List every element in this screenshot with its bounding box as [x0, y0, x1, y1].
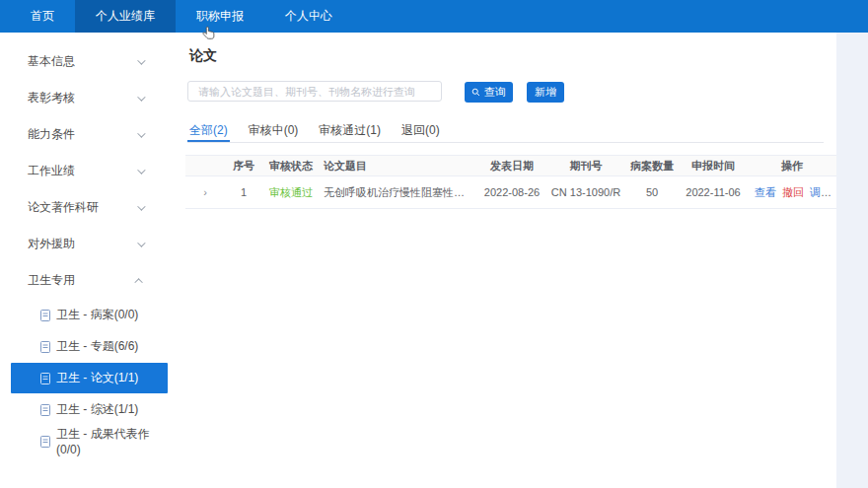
sidebar-item-label: 对外援助: [28, 236, 75, 252]
sidebar-subitem-label: 卫生 - 论文(1/1): [56, 370, 138, 386]
tab-approved[interactable]: 审核通过(1): [317, 120, 383, 142]
cell-apply-time: 2022-11-06: [679, 176, 748, 209]
chevron-down-icon: [137, 129, 145, 137]
sidebar-item-label: 工作业绩: [28, 163, 75, 179]
sidebar-item-basic-info[interactable]: 基本信息: [0, 43, 173, 80]
add-button-label: 新增: [535, 85, 556, 100]
tab-all[interactable]: 全部(2): [187, 120, 230, 142]
add-button[interactable]: 新增: [527, 82, 564, 103]
cell-count: 50: [625, 176, 679, 209]
row-expand-icon[interactable]: ›: [203, 186, 207, 198]
cell-publish-date: 2022-08-26: [477, 176, 546, 209]
nav-item-home[interactable]: 首页: [10, 0, 75, 33]
sidebar-subitem-label: 卫生 - 专题(6/6): [56, 338, 138, 355]
sidebar-subitem-label: 卫生 - 综述(1/1): [56, 401, 138, 418]
papers-table: 序号 审核状态 论文题目 发表日期 期刊号 病案数量 申报时间 操作 › 1 审…: [185, 155, 836, 209]
document-icon: [40, 341, 50, 353]
sidebar-item-commendation[interactable]: 表彰考核: [0, 80, 173, 116]
col-count: 病案数量: [625, 156, 679, 176]
chevron-down-icon: [137, 93, 145, 101]
main-content: 论文 查询 新增 全部(2) 审核中(0) 审核通过(1) 退回(0): [173, 33, 836, 488]
document-icon: [40, 373, 50, 384]
sidebar-item-work-performance[interactable]: 工作业绩: [0, 153, 173, 189]
chevron-down-icon: [137, 166, 145, 174]
status-tabs: 全部(2) 审核中(0) 审核通过(1) 退回(0): [187, 120, 824, 143]
nav-item-personal-performance[interactable]: 个人业绩库: [75, 0, 176, 33]
document-icon: [40, 404, 50, 416]
col-apply-time: 申报时间: [679, 156, 748, 176]
adjust-link[interactable]: 调整: [810, 186, 832, 198]
table-header-row: 序号 审核状态 论文题目 发表日期 期刊号 病案数量 申报时间 操作: [185, 156, 836, 176]
search-input[interactable]: [187, 81, 442, 102]
page-background-strip: [836, 33, 868, 488]
mouse-cursor-icon: [202, 26, 216, 41]
col-publish-date: 发表日期: [477, 156, 546, 176]
sidebar-item-health-medical-records[interactable]: 卫生 - 病案(0/0): [11, 300, 168, 330]
col-operations: 操作: [748, 156, 836, 176]
tab-returned[interactable]: 退回(0): [399, 120, 442, 142]
withdraw-link[interactable]: 撤回: [782, 186, 804, 198]
table-row: › 1 审核通过 无创呼吸机治疗慢性阻塞性肺疾病过程中人... 2022-08-…: [185, 176, 836, 209]
sidebar-item-health-special-topic[interactable]: 卫生 - 专题(6/6): [11, 331, 168, 362]
status-badge: 审核通过: [269, 186, 313, 198]
view-link[interactable]: 查看: [755, 186, 776, 198]
sidebar-item-label: 论文著作科研: [28, 199, 99, 216]
sidebar-item-ability[interactable]: 能力条件: [0, 116, 173, 153]
col-seq: 序号: [225, 156, 262, 176]
nav-item-personal-center[interactable]: 个人中心: [264, 0, 353, 33]
document-icon: [40, 436, 50, 448]
sidebar-item-label: 能力条件: [28, 126, 75, 143]
chevron-down-icon: [137, 56, 145, 64]
sidebar-subitem-label: 卫生 - 病案(0/0): [56, 307, 138, 323]
sidebar-item-label: 卫生专用: [28, 272, 75, 289]
search-icon: [471, 88, 480, 97]
chevron-down-icon: [137, 202, 145, 210]
col-expand: [185, 156, 225, 176]
chevron-down-icon: [137, 239, 145, 246]
chevron-up-icon: [134, 278, 142, 286]
sidebar-item-label: 基本信息: [28, 53, 75, 70]
sidebar-item-health-special[interactable]: 卫生专用: [0, 262, 173, 299]
cell-operations: 查看撤回调整: [748, 176, 836, 209]
sidebar-subitem-label: 卫生 - 成果代表作(0/0): [56, 426, 168, 456]
col-paper-title: 论文题目: [320, 156, 477, 176]
cell-paper-title: 无创呼吸机治疗慢性阻塞性肺疾病过程中人...: [320, 176, 477, 209]
document-icon: [40, 310, 50, 321]
col-review-status: 审核状态: [262, 156, 320, 176]
sidebar-item-health-paper[interactable]: 卫生 - 论文(1/1): [11, 363, 168, 393]
cell-journal-no: CN 13-1090/R: [546, 176, 625, 209]
page: 首页 个人业绩库 职称申报 个人中心 基本信息 表彰考核 能力条件 工作业绩 论…: [0, 0, 868, 488]
col-journal-no: 期刊号: [546, 156, 625, 176]
sidebar: 基本信息 表彰考核 能力条件 工作业绩 论文著作科研 对外援助 卫生专用: [0, 33, 173, 488]
tab-under-review[interactable]: 审核中(0): [247, 120, 301, 142]
sidebar-item-papers-research[interactable]: 论文著作科研: [0, 189, 173, 226]
nav-item-title-declaration[interactable]: 职称申报: [176, 0, 264, 33]
top-nav: 首页 个人业绩库 职称申报 个人中心: [0, 0, 868, 33]
query-button[interactable]: 查询: [465, 82, 513, 103]
sidebar-item-label: 表彰考核: [28, 90, 75, 106]
sidebar-item-health-review[interactable]: 卫生 - 综述(1/1): [11, 394, 168, 425]
cell-seq: 1: [225, 176, 262, 209]
sidebar-item-foreign-aid[interactable]: 对外援助: [0, 226, 173, 262]
query-button-label: 查询: [484, 85, 506, 100]
page-title: 论文: [189, 47, 217, 65]
sidebar-item-health-representative-work[interactable]: 卫生 - 成果代表作(0/0): [11, 426, 168, 456]
